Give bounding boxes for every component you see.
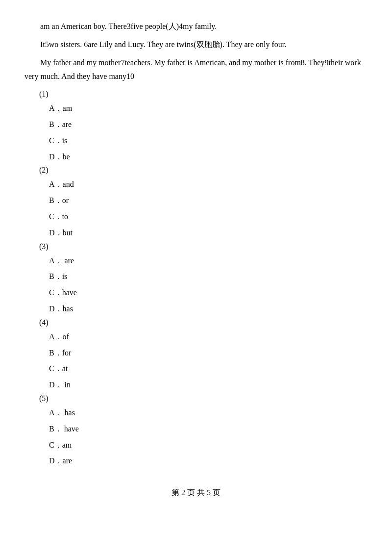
question-5-option-1: A． has bbox=[49, 406, 368, 420]
question-1-option-3: C．is bbox=[49, 134, 368, 148]
question-2-option-4: D．but bbox=[49, 226, 368, 240]
question-1-option-1: A．am bbox=[49, 101, 368, 116]
passage-line2: It5wo sisters. 6are Lily and Lucy. They … bbox=[24, 38, 368, 52]
question-4-option-2: B．for bbox=[49, 346, 368, 360]
question-4-option-3: C．at bbox=[49, 362, 368, 376]
question-number-3: (3) bbox=[39, 242, 368, 251]
question-number-4: (4) bbox=[39, 318, 368, 327]
question-3-option-3: C．have bbox=[49, 286, 368, 300]
question-number-1: (1) bbox=[39, 90, 368, 99]
page-footer: 第 2 页 共 5 页 bbox=[24, 488, 368, 498]
question-number-5: (5) bbox=[39, 394, 368, 403]
question-5-option-3: C．am bbox=[49, 438, 368, 453]
question-1-option-4: D．be bbox=[49, 150, 368, 164]
question-2-option-2: B．or bbox=[49, 194, 368, 208]
question-5-option-2: B． have bbox=[49, 422, 368, 436]
question-3-option-1: A． are bbox=[49, 254, 368, 268]
passage-line3: My father and my mother7teachers. My fat… bbox=[24, 56, 368, 84]
page-number: 第 2 页 共 5 页 bbox=[172, 488, 220, 497]
question-2-option-1: A．and bbox=[49, 177, 368, 192]
question-number-2: (2) bbox=[39, 166, 368, 175]
passage-section: am an American boy. There3five people(人)… bbox=[24, 20, 368, 84]
question-1-option-2: B．are bbox=[49, 118, 368, 132]
question-3-option-2: B．is bbox=[49, 270, 368, 284]
questions-section: (1)A．amB．areC．isD．be(2)A．andB．orC．toD．bu… bbox=[24, 90, 368, 468]
question-2-option-3: C．to bbox=[49, 210, 368, 224]
question-3-option-4: D．has bbox=[49, 302, 368, 316]
question-4-option-1: A．of bbox=[49, 330, 368, 344]
question-4-option-4: D． in bbox=[49, 378, 368, 392]
question-5-option-4: D．are bbox=[49, 454, 368, 468]
passage-line1: am an American boy. There3five people(人)… bbox=[24, 20, 368, 34]
